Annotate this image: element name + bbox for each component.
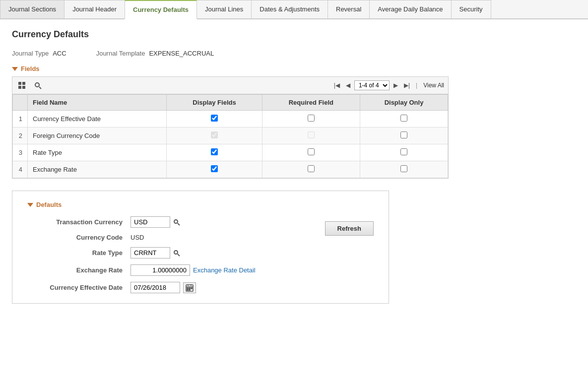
tab-journal-header[interactable]: Journal Header xyxy=(64,0,125,18)
field-name-cell: Rate Type xyxy=(28,144,167,161)
required-field-checkbox[interactable] xyxy=(308,165,315,172)
info-row: Journal Type ACC Journal Template EXPENS… xyxy=(12,50,576,57)
fields-section-label: Fields xyxy=(21,65,40,72)
calendar-icon-button[interactable] xyxy=(183,282,196,293)
pagination: |◀ ◀ 1-4 of 4 ▶ ▶| | View All xyxy=(332,80,444,90)
exchange-rate-input[interactable] xyxy=(131,264,190,276)
pipe-separator: | xyxy=(416,82,417,89)
col-field-name: Field Name xyxy=(28,95,167,111)
page-select[interactable]: 1-4 of 4 xyxy=(354,80,390,90)
field-name-cell: Currency Effective Date xyxy=(28,111,167,128)
defaults-form: Transaction Currency Currency C xyxy=(27,216,305,293)
next-page-btn[interactable]: ▶ xyxy=(392,81,400,90)
required-field-cell xyxy=(262,111,360,128)
display-only-cell xyxy=(360,128,448,144)
tab-security[interactable]: Security xyxy=(451,0,491,18)
field-name-cell: Exchange Rate xyxy=(28,161,167,178)
display-fields-cell xyxy=(167,161,262,178)
required-field-checkbox xyxy=(308,131,315,138)
currency-code-display: USD xyxy=(131,234,144,241)
transaction-currency-search-icon[interactable] xyxy=(173,219,180,226)
svg-rect-14 xyxy=(187,288,188,289)
display-only-checkbox[interactable] xyxy=(400,165,407,172)
main-content: Currency Defaults Journal Type ACC Journ… xyxy=(0,19,588,325)
svg-rect-0 xyxy=(18,82,21,85)
tab-journal-sections[interactable]: Journal Sections xyxy=(0,0,65,18)
journal-type-label: Journal Type xyxy=(12,50,49,57)
row-number: 2 xyxy=(13,128,28,144)
svg-line-5 xyxy=(39,87,41,89)
display-only-cell xyxy=(360,111,448,128)
svg-point-4 xyxy=(35,83,39,87)
fields-section-header[interactable]: Fields xyxy=(12,65,576,72)
display-fields-cell xyxy=(167,111,262,128)
svg-rect-17 xyxy=(187,289,188,290)
last-page-btn[interactable]: ▶| xyxy=(402,81,412,90)
prev-page-btn[interactable]: ◀ xyxy=(344,81,352,90)
table-row: 4Exchange Rate xyxy=(13,161,448,178)
fields-section: Fields xyxy=(12,65,576,179)
display-only-checkbox[interactable] xyxy=(400,131,407,138)
display-fields-cell xyxy=(167,144,262,161)
display-fields-checkbox[interactable] xyxy=(211,165,218,172)
required-field-checkbox[interactable] xyxy=(308,115,315,122)
tab-journal-lines[interactable]: Journal Lines xyxy=(196,0,252,18)
defaults-section-container: Defaults Transaction Currency xyxy=(12,191,389,304)
transaction-currency-input[interactable] xyxy=(131,216,170,228)
tab-dates-adjustments[interactable]: Dates & Adjustments xyxy=(251,0,328,18)
table-row: 1Currency Effective Date xyxy=(13,111,448,128)
rate-type-search-icon[interactable] xyxy=(173,250,180,257)
tabs-bar: Journal Sections Journal Header Currency… xyxy=(0,0,588,19)
display-fields-checkbox[interactable] xyxy=(211,115,218,122)
tab-currency-defaults[interactable]: Currency Defaults xyxy=(125,0,197,19)
journal-type-value: ACC xyxy=(53,50,66,57)
tab-reversal[interactable]: Reversal xyxy=(327,0,370,18)
rate-type-label: Rate Type xyxy=(27,249,127,257)
transaction-currency-field xyxy=(131,216,305,228)
fields-table-container: |◀ ◀ 1-4 of 4 ▶ ▶| | View All Field Name xyxy=(12,76,449,179)
svg-point-8 xyxy=(174,251,178,254)
required-field-checkbox[interactable] xyxy=(308,148,315,155)
svg-rect-16 xyxy=(191,288,192,289)
svg-rect-15 xyxy=(189,288,190,289)
svg-line-7 xyxy=(178,223,180,225)
svg-rect-3 xyxy=(22,86,25,89)
defaults-section-header[interactable]: Defaults xyxy=(27,201,374,208)
first-page-btn[interactable]: |◀ xyxy=(332,81,342,90)
svg-rect-1 xyxy=(22,82,25,85)
defaults-section: Defaults Transaction Currency xyxy=(12,191,576,304)
table-row: 3Rate Type xyxy=(13,144,448,161)
rate-type-input[interactable] xyxy=(131,247,170,259)
defaults-collapse-icon xyxy=(27,203,33,207)
defaults-body: Transaction Currency Currency C xyxy=(27,216,374,293)
required-field-cell xyxy=(262,161,360,178)
row-number: 3 xyxy=(13,144,28,161)
journal-template-label: Journal Template xyxy=(96,50,145,57)
exchange-rate-field: Exchange Rate Detail xyxy=(131,264,305,276)
currency-code-value: USD xyxy=(131,234,305,241)
defaults-actions: Refresh xyxy=(325,216,374,293)
journal-template-item: Journal Template EXPENSE_ACCRUAL xyxy=(96,50,214,57)
display-only-cell xyxy=(360,161,448,178)
row-number: 1 xyxy=(13,111,28,128)
search-icon[interactable] xyxy=(32,80,43,91)
svg-rect-18 xyxy=(189,289,190,290)
grid-icon[interactable] xyxy=(16,80,27,91)
fields-table: Field Name Display Fields Required Field… xyxy=(12,94,448,178)
display-only-checkbox[interactable] xyxy=(400,148,407,155)
col-num xyxy=(13,95,28,111)
exchange-rate-detail-link[interactable]: Exchange Rate Detail xyxy=(193,266,256,274)
display-only-checkbox[interactable] xyxy=(400,115,407,122)
display-fields-checkbox[interactable] xyxy=(211,148,218,155)
currency-effective-date-field xyxy=(131,282,305,293)
tab-average-daily-balance[interactable]: Average Daily Balance xyxy=(369,0,451,18)
display-fields-cell xyxy=(167,128,262,144)
svg-point-6 xyxy=(174,220,178,223)
row-number: 4 xyxy=(13,161,28,178)
rate-type-field xyxy=(131,247,305,259)
field-name-cell: Foreign Currency Code xyxy=(28,128,167,144)
currency-code-label: Currency Code xyxy=(27,234,127,241)
currency-effective-date-input[interactable] xyxy=(131,282,180,293)
refresh-button[interactable]: Refresh xyxy=(325,221,374,236)
view-all-link[interactable]: View All xyxy=(423,82,444,89)
